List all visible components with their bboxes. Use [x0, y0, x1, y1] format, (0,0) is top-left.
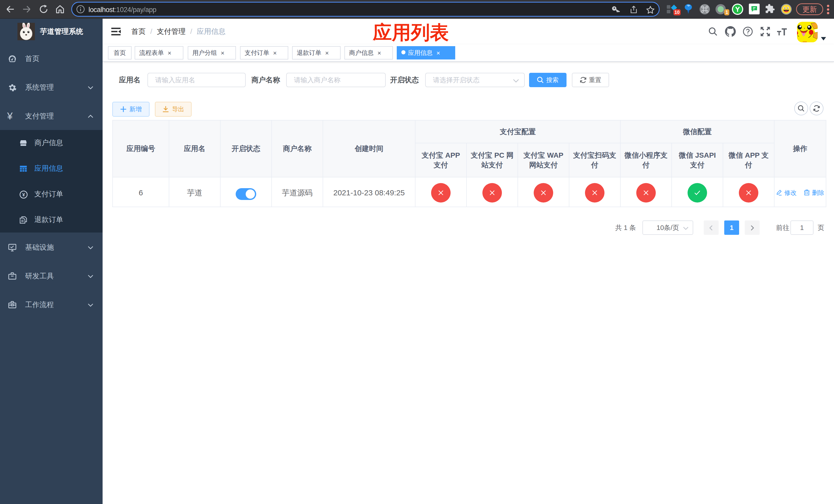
svg-text:¥: ¥: [22, 192, 25, 198]
